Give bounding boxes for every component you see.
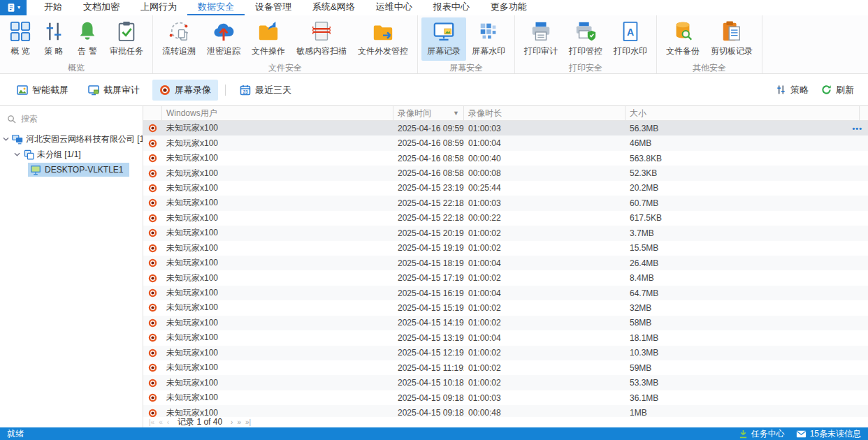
cell-user: 未知玩家x100	[162, 197, 393, 209]
ribbon-item-print-control[interactable]: 打印管控	[563, 17, 608, 61]
policy-button[interactable]: 策略	[772, 80, 813, 101]
table-row[interactable]: 未知玩家x100 2025-04-15 09:18:06 00:00:48 1M…	[143, 405, 868, 417]
tab-recent-three-days[interactable]: 23 最近三天	[233, 80, 298, 101]
table-row[interactable]: 未知玩家x100 2025-04-15 20:19:31 01:00:02 3.…	[143, 226, 868, 240]
first-page-icon[interactable]: |«	[149, 419, 154, 426]
tree-node-device[interactable]: DESKTOP-VLKTLE1	[0, 162, 143, 177]
ribbon-item-leak-tracking[interactable]: 泄密追踪	[201, 17, 246, 61]
ribbon-item-file-outgoing-control[interactable]: 文件外发管控	[352, 17, 414, 61]
recordings-table: Windows用户 录像时间▼ 录像时长 大小 未知玩家x100 2025-04…	[143, 106, 868, 417]
device-tree-panel: 河北安固云网络科技有限公司 [1/1] 未分组 [1/1] DESKTOP-VL…	[0, 106, 143, 427]
table-row[interactable]: 未知玩家x100 2025-04-16 08:59:21 01:00:04 46…	[143, 135, 868, 150]
device-monitor-icon	[30, 164, 41, 175]
menu-item[interactable]: 上网行为	[130, 0, 187, 15]
table-header: Windows用户 录像时间▼ 录像时长 大小	[143, 106, 868, 121]
cell-time: 2025-04-15 17:19:22	[393, 273, 464, 283]
cell-time: 2025-04-15 20:19:31	[393, 228, 464, 238]
cell-time: 2025-04-16 08:58:32	[393, 168, 464, 178]
table-row[interactable]: 未知玩家x100 2025-04-15 09:18:55 01:00:03 36…	[143, 390, 868, 405]
menu-item[interactable]: 运维中心	[366, 0, 423, 15]
tab-capture-audit[interactable]: 截屏审计	[81, 80, 147, 101]
tree-node-group[interactable]: 未分组 [1/1]	[0, 147, 143, 162]
table-row[interactable]: 未知玩家x100 2025-04-15 16:19:16 01:00:04 64…	[143, 286, 868, 300]
table-row[interactable]: 未知玩家x100 2025-04-15 23:19:01 00:25:44 20…	[143, 181, 868, 196]
table-row[interactable]: 未知玩家x100 2025-04-15 22:18:33 00:00:22 61…	[143, 211, 868, 226]
table-row[interactable]: 未知玩家x100 2025-04-15 17:19:22 01:00:02 8.…	[143, 270, 868, 285]
record-icon	[143, 349, 162, 358]
table-row[interactable]: 未知玩家x100 2025-04-16 09:59:26 01:00:03 56…	[143, 121, 868, 135]
messages-button[interactable]: 15条未读信息	[796, 428, 861, 440]
record-icon	[143, 363, 162, 372]
fast-next-icon[interactable]: »	[237, 419, 241, 426]
pagination-label: 记录 1 of 40	[178, 416, 222, 428]
table-row[interactable]: 未知玩家x100 2025-04-15 18:19:24 01:00:04 26…	[143, 256, 868, 270]
tree-node-company[interactable]: 河北安固云网络科技有限公司 [1/1]	[0, 131, 143, 147]
cell-size: 36.1MB	[625, 393, 860, 403]
table-row[interactable]: 未知玩家x100 2025-04-15 15:19:14 01:00:02 32…	[143, 300, 868, 315]
ribbon-item-print-watermark[interactable]: A 打印水印	[608, 17, 653, 61]
cell-size: 18.1MB	[625, 333, 860, 343]
next-page-icon[interactable]: ›	[231, 419, 233, 426]
tab-screen-record[interactable]: 屏幕录像	[152, 80, 218, 101]
header-windows-user[interactable]: Windows用户	[162, 106, 393, 120]
menu-item[interactable]: 更多功能	[480, 0, 537, 15]
ribbon-item-circulation-trace[interactable]: 流转追溯	[157, 17, 201, 61]
tab-smart-capture[interactable]: 智能截屏	[10, 80, 75, 101]
search-box[interactable]	[0, 110, 143, 127]
record-icon	[143, 333, 162, 342]
document-scan-icon	[310, 20, 333, 43]
tree-node-selected[interactable]: DESKTOP-VLKTLE1	[28, 163, 129, 177]
cell-user: 未知玩家x100	[162, 227, 393, 239]
refresh-button[interactable]: 刷新	[817, 80, 858, 101]
table-row[interactable]: 未知玩家x100 2025-04-15 10:18:58 01:00:02 53…	[143, 375, 868, 390]
table-row[interactable]: 未知玩家x100 2025-04-15 19:19:28 01:00:02 15…	[143, 241, 868, 256]
table-row[interactable]: 未知玩家x100 2025-04-15 22:18:57 01:00:03 60…	[143, 196, 868, 210]
ribbon-item-screen-record[interactable]: 屏幕记录	[421, 17, 466, 61]
ribbon-group-label: 文件安全	[157, 61, 414, 77]
picture-icon	[17, 85, 28, 96]
clipboard-document-icon	[721, 20, 743, 43]
sort-caret-icon[interactable]: ▼	[453, 110, 459, 117]
task-center-button[interactable]: 任务中心	[739, 428, 785, 440]
ribbon-item-approval-tasks[interactable]: 审批任务	[104, 17, 149, 61]
chevron-down-icon[interactable]	[3, 137, 9, 141]
table-row[interactable]: 未知玩家x100 2025-04-15 13:19:06 01:00:04 18…	[143, 330, 868, 345]
cell-size: 32MB	[625, 303, 860, 313]
download-icon	[739, 430, 748, 439]
cell-size: 20.2MB	[625, 183, 860, 193]
chevron-down-icon[interactable]	[13, 152, 21, 156]
ribbon-item-screen-watermark[interactable]: 屏幕水印	[466, 17, 511, 61]
ribbon-item-alert[interactable]: 告 警	[71, 17, 104, 61]
menu-item[interactable]: 开始	[34, 0, 73, 15]
last-page-icon[interactable]: »|	[245, 419, 251, 426]
table-row[interactable]: 未知玩家x100 2025-04-15 12:19:03 01:00:02 10…	[143, 346, 868, 360]
table-row[interactable]: 未知玩家x100 2025-04-15 14:19:11 01:00:02 58…	[143, 316, 868, 330]
cell-duration: 01:00:03	[464, 198, 625, 208]
ribbon-item-file-operation[interactable]: 文件操作	[246, 17, 291, 61]
menu-item[interactable]: 系统&网络	[302, 0, 366, 15]
ribbon-item-clipboard-record[interactable]: 剪切板记录	[705, 17, 758, 61]
menu-bar: ▾ 开始 文档加密 上网行为 数据安全 设备管理 系统&网络 运维中心 报表中心…	[0, 0, 868, 15]
prev-page-icon[interactable]: ‹	[167, 419, 169, 426]
table-row[interactable]: 未知玩家x100 2025-04-15 11:19:01 01:00:02 59…	[143, 360, 868, 375]
fast-prev-icon[interactable]: «	[159, 419, 163, 426]
ribbon-item-print-audit[interactable]: 打印审计	[519, 17, 563, 61]
menu-item[interactable]: 数据安全	[187, 0, 245, 15]
app-menu-button[interactable]: ▾	[0, 0, 27, 15]
ribbon-group-screen-security: 屏幕记录 屏幕水印 屏幕安全	[418, 15, 515, 73]
table-row[interactable]: 未知玩家x100 2025-04-16 08:58:41 00:00:40 56…	[143, 151, 868, 166]
ribbon-item-sensitive-scan[interactable]: 敏感内容扫描	[291, 17, 352, 61]
header-record-time[interactable]: 录像时间▼	[393, 106, 464, 120]
menu-item[interactable]: 报表中心	[423, 0, 480, 15]
cell-user: 未知玩家x100	[162, 257, 393, 269]
menu-item[interactable]: 设备管理	[245, 0, 302, 15]
ribbon-item-policy[interactable]: 策 略	[37, 17, 71, 61]
header-size[interactable]: 大小	[625, 106, 860, 120]
ribbon-item-file-backup[interactable]: 文件备份	[660, 17, 705, 61]
ribbon-item-overview[interactable]: 概 览	[3, 17, 37, 61]
row-more-button[interactable]: •••	[852, 121, 862, 135]
search-input[interactable]	[21, 114, 126, 124]
table-row[interactable]: 未知玩家x100 2025-04-16 08:58:32 00:00:08 52…	[143, 166, 868, 180]
menu-item[interactable]: 文档加密	[73, 0, 130, 15]
header-record-duration[interactable]: 录像时长	[464, 106, 625, 120]
